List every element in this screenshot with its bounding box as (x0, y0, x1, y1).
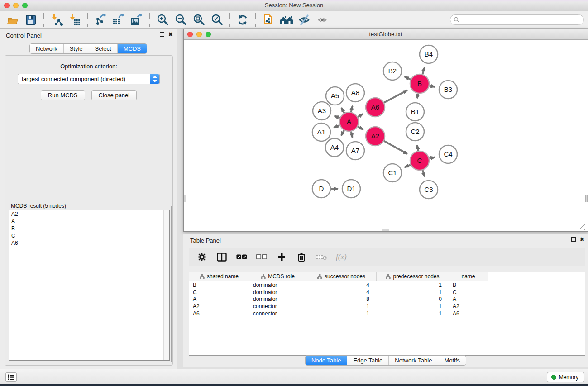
table-cell[interactable]: B (189, 282, 249, 288)
table-cell[interactable]: A6 (189, 310, 249, 317)
delete-column-trash-icon[interactable] (296, 252, 307, 262)
graph-edge-C-C2[interactable] (417, 145, 418, 151)
close-table-panel-icon[interactable]: ✖ (580, 237, 584, 242)
graph-node-A2[interactable]: A2 (366, 127, 385, 146)
zoom-in-icon[interactable] (153, 13, 172, 27)
mcds-result-list[interactable]: A2ABCA6 (9, 210, 170, 361)
table-cell[interactable]: A2 (189, 303, 249, 310)
graph-edge-A-A7[interactable] (351, 131, 353, 137)
table-cell[interactable]: 1 (306, 310, 377, 317)
graph-node-C1[interactable]: C1 (383, 164, 402, 182)
tab-node-table[interactable]: Node Table (306, 356, 347, 365)
close-panel-button[interactable]: Close panel (91, 90, 137, 100)
column-header-predecessor-nodes[interactable]: predecessor nodes (377, 272, 449, 281)
table-cell[interactable]: 1 (306, 303, 377, 310)
search-input[interactable] (461, 17, 583, 23)
graph-edge-B-B3[interactable] (430, 86, 435, 86)
table-cell[interactable]: C (449, 289, 488, 295)
table-cell[interactable]: connector (249, 310, 306, 317)
column-header-shared-name[interactable]: shared name (189, 272, 249, 281)
table-cell[interactable]: dominator (249, 296, 306, 302)
table-cell[interactable]: dominator (249, 282, 306, 288)
float-panel-icon[interactable] (160, 32, 164, 37)
zoom-out-icon[interactable] (172, 13, 190, 27)
list-item[interactable]: A (9, 218, 169, 225)
graph-node-A8[interactable]: A8 (346, 84, 364, 102)
graph-node-D1[interactable]: D1 (342, 180, 360, 198)
graph-node-B3[interactable]: B3 (439, 81, 457, 99)
table-cell[interactable]: A (189, 296, 249, 302)
network-canvas[interactable]: B4B2BB3A5A8A6B1A3AA1C2A2A4A7C4CC1C3DD1 (184, 40, 588, 231)
table-cell[interactable]: 8 (306, 296, 377, 302)
graph-node-D[interactable]: D (312, 180, 330, 198)
graph-node-C2[interactable]: C2 (406, 123, 424, 141)
criterion-dropdown[interactable]: largest connected component (directed) (18, 74, 160, 84)
graph-node-C4[interactable]: C4 (439, 145, 457, 163)
list-item[interactable]: A6 (9, 239, 169, 247)
graph-edge-A-A8[interactable] (351, 106, 353, 112)
export-network-icon[interactable] (91, 13, 110, 27)
graph-edge-A2-C[interactable] (384, 141, 407, 154)
network-window-titlebar[interactable]: testGlobe.txt (184, 29, 588, 40)
home-icon[interactable] (277, 13, 296, 27)
task-history-button[interactable] (5, 372, 17, 382)
zoom-fit-icon[interactable] (190, 13, 208, 27)
select-all-columns-icon[interactable] (236, 252, 247, 262)
splitter-handle-left[interactable] (184, 195, 186, 202)
run-mcds-button[interactable]: Run MCDS (41, 90, 85, 100)
graph-edge-C-C1[interactable] (405, 165, 411, 167)
graph-node-A5[interactable]: A5 (326, 87, 344, 105)
import-table-icon[interactable] (66, 13, 84, 27)
show-graphics-details-icon[interactable] (314, 13, 332, 27)
hide-graphics-details-icon[interactable] (296, 13, 314, 27)
table-cell[interactable]: 1 (377, 310, 449, 317)
graph-edge-B-B2[interactable] (405, 77, 411, 80)
save-session-icon[interactable] (22, 13, 40, 27)
graph-node-A[interactable]: A (339, 112, 359, 131)
graph-edge-C-C3[interactable] (423, 170, 425, 176)
graph-edge-B-B4[interactable] (422, 67, 425, 74)
result-list-scrollbar[interactable] (163, 210, 169, 360)
tab-select[interactable]: Select (89, 44, 117, 53)
tab-edge-table[interactable]: Edge Table (347, 356, 388, 365)
graph-node-A7[interactable]: A7 (346, 142, 364, 160)
export-table-icon[interactable] (110, 13, 128, 27)
graph-node-A1[interactable]: A1 (312, 123, 330, 141)
graph-edge-A-A6[interactable] (358, 114, 363, 117)
graph-node-B1[interactable]: B1 (406, 103, 424, 121)
window-resize-grip[interactable] (580, 224, 587, 230)
column-header-name[interactable]: name (449, 272, 488, 281)
tab-network[interactable]: Network (30, 44, 63, 53)
list-item[interactable]: C (9, 232, 169, 239)
table-cell[interactable]: 1 (377, 289, 449, 295)
splitter-handle-right[interactable] (585, 195, 588, 202)
splitter-handle-bottom[interactable] (382, 229, 389, 231)
graph-node-B4[interactable]: B4 (420, 45, 438, 63)
deselect-all-columns-icon[interactable] (256, 252, 267, 262)
graph-edge-C-C4[interactable] (429, 157, 435, 159)
table-row[interactable]: Bdominator41B (189, 281, 585, 289)
table-cell[interactable]: A2 (449, 303, 488, 310)
table-cell[interactable]: dominator (249, 289, 306, 295)
table-cell[interactable]: A (449, 296, 488, 302)
table-row[interactable]: Adominator80A (189, 295, 585, 303)
graph-edge-A-A5[interactable] (341, 108, 344, 113)
tab-motifs[interactable]: Motifs (438, 356, 466, 365)
table-row[interactable]: A2connector11A2 (189, 303, 585, 310)
delete-table-icon[interactable] (316, 252, 327, 262)
table-cell[interactable]: 0 (377, 296, 449, 302)
graph-edge-A-A4[interactable] (341, 130, 344, 136)
float-table-panel-icon[interactable] (571, 237, 576, 242)
graph-edge-A-A3[interactable] (335, 116, 340, 118)
graph-node-A4[interactable]: A4 (325, 138, 344, 157)
graph-node-C3[interactable]: C3 (420, 181, 438, 199)
zoom-selected-icon[interactable] (208, 13, 226, 27)
table-settings-gear-icon[interactable] (196, 252, 207, 262)
list-item[interactable]: B (9, 225, 169, 232)
refresh-view-icon[interactable] (234, 13, 252, 27)
table-cell[interactable]: 4 (306, 282, 377, 288)
memory-button[interactable]: Memory (547, 372, 584, 382)
graph-node-A6[interactable]: A6 (366, 98, 385, 117)
graph-node-B[interactable]: B (410, 74, 429, 93)
graph-edge-A-A2[interactable] (358, 127, 363, 129)
